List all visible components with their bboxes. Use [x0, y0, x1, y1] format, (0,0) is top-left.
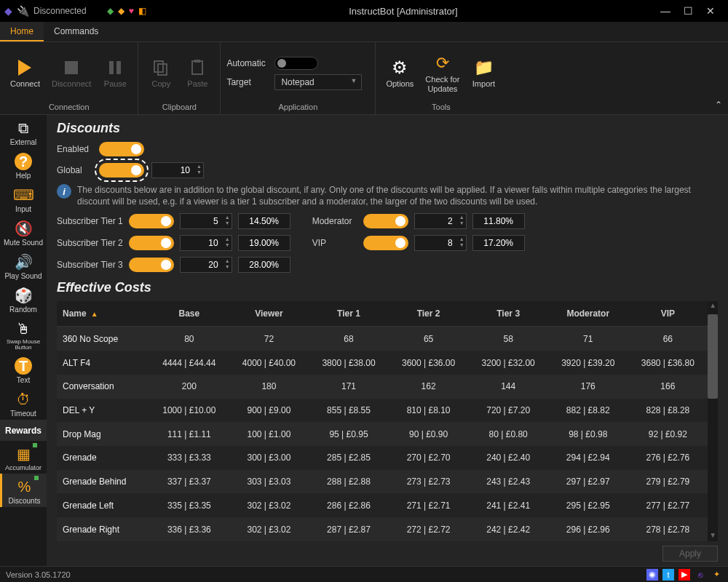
table-row[interactable]: Conversation200180171162144176166 [57, 375, 708, 399]
options-button[interactable]: ⚙ Options [381, 55, 418, 91]
sidebar-item-swap-mouse[interactable]: 🖱 Swap Mouse Button [0, 316, 47, 353]
import-button[interactable]: 📁 Import [467, 55, 500, 91]
check-updates-button[interactable]: ⟳ Check for Updates [421, 50, 464, 95]
col-tier2[interactable]: Tier 2 [389, 301, 469, 327]
tier1-label: Subscriber Tier 1 [57, 216, 123, 226]
col-mod[interactable]: Moderator [548, 301, 628, 327]
automatic-toggle[interactable] [274, 57, 318, 70]
paste-button[interactable]: Paste [181, 55, 214, 91]
table-row[interactable]: DEL + Y1000 | £10.00900 | £9.00855 | £8.… [57, 399, 708, 423]
vip-label: VIP [312, 238, 357, 248]
col-tier3[interactable]: Tier 3 [468, 301, 548, 327]
col-vip[interactable]: VIP [628, 301, 708, 327]
sidebar-item-mute-sound[interactable]: 🔇 Mute Sound [0, 215, 47, 249]
cell-t3: 240 | £2.40 [468, 446, 548, 470]
cell-mod: 294 | £2.94 [548, 446, 628, 470]
table-scrollbar[interactable]: ▲ ▼ [708, 301, 718, 541]
col-viewer[interactable]: Viewer [229, 301, 309, 327]
tier3-toggle[interactable] [129, 258, 174, 272]
tier3-value[interactable]: 20▲▼ [180, 257, 232, 273]
maximize-button[interactable]: ☐ [684, 5, 693, 17]
tray-heart-icon: ♥ [129, 6, 134, 16]
cell-mod: 3920 | £39.20 [548, 351, 628, 375]
table-row[interactable]: Grenade333 | £3.33300 | £3.00285 | £2.85… [57, 446, 708, 470]
enabled-toggle[interactable] [99, 142, 144, 156]
table-row[interactable]: Drop Mag111 | £1.11100 | £1.0095 | £0.95… [57, 422, 708, 446]
close-button[interactable]: ✕ [706, 5, 715, 17]
table-row[interactable]: 360 No Scope80726865587166 [57, 327, 708, 351]
tier2-value[interactable]: 10▲▼ [180, 235, 232, 251]
sidebar-item-input[interactable]: ⌨ Input [0, 182, 47, 215]
discord-icon[interactable]: ◉ [646, 569, 658, 581]
mod-value[interactable]: 2▲▼ [414, 213, 467, 229]
vip-toggle[interactable] [363, 236, 408, 250]
spinner-icon[interactable]: ▲▼ [197, 164, 202, 175]
sidebar-item-text[interactable]: T Text [0, 353, 47, 386]
col-base[interactable]: Base [149, 301, 229, 327]
sidebar-item-play-sound[interactable]: 🔊 Play Sound [0, 249, 47, 282]
vip-value[interactable]: 8▲▼ [414, 235, 467, 251]
sidebar-item-rewards[interactable]: Rewards [0, 420, 47, 441]
table-row[interactable]: Grenade Left335 | £3.35302 | £3.02286 | … [57, 493, 708, 517]
tray-green-icon: ◆ [107, 6, 114, 16]
cell-name: Drop Mag [57, 422, 149, 446]
tray-yellow-icon: ◆ [118, 6, 124, 16]
col-name[interactable]: Name▲ [57, 301, 149, 327]
group-connection-label: Connection [49, 101, 90, 113]
cell-vip: 166 [628, 375, 708, 399]
cell-name: Grenade Left [57, 493, 149, 517]
text-icon: T [12, 356, 34, 376]
global-toggle[interactable] [99, 163, 144, 178]
scroll-down-icon[interactable]: ▼ [708, 531, 718, 541]
pause-button[interactable]: Pause [98, 55, 132, 91]
cell-vip: 276 | £2.76 [628, 446, 708, 470]
misc-icon[interactable]: ✦ [711, 569, 722, 581]
cell-name: 360 No Scope [57, 327, 149, 351]
disconnect-button[interactable]: Disconnect [47, 55, 95, 91]
cell-viewer: 4000 | £40.00 [229, 351, 309, 375]
cell-t3: 144 [468, 375, 548, 399]
sidebar-item-help[interactable]: ? Help [0, 148, 47, 182]
sidebar-item-external[interactable]: ⧉ External [0, 115, 47, 148]
target-select[interactable]: Notepad [274, 74, 362, 90]
tray-orange-icon: ◧ [138, 6, 146, 16]
copy-button[interactable]: Copy [144, 55, 178, 91]
cell-t1: 287 | £2.87 [309, 517, 389, 541]
ribbon-collapse-icon[interactable]: ⌃ [715, 100, 722, 110]
cell-name: ALT F4 [57, 351, 149, 375]
connect-button[interactable]: Connect [6, 55, 44, 91]
table-row[interactable]: Grenade Behind337 | £3.37303 | £3.03288 … [57, 470, 708, 494]
pause-icon [105, 57, 125, 78]
cell-t2: 3600 | £36.00 [389, 351, 469, 375]
cell-t1: 288 | £2.88 [309, 470, 389, 494]
cell-viewer: 900 | £9.00 [229, 399, 309, 423]
minimize-button[interactable]: — [660, 5, 670, 17]
sidebar-item-random[interactable]: 🎲 Random [0, 282, 47, 316]
folder-icon: 📁 [473, 57, 494, 78]
refresh-icon: ⟳ [432, 53, 453, 73]
tier1-value[interactable]: 5▲▼ [180, 213, 232, 229]
youtube-icon[interactable]: ▶ [678, 569, 690, 581]
tab-commands[interactable]: Commands [44, 22, 108, 41]
scroll-up-icon[interactable]: ▲ [708, 301, 718, 311]
sidebar-item-accumulator[interactable]: ▦ Accumulator [0, 441, 47, 474]
table-row[interactable]: Grenade Right336 | £3.36302 | £3.02287 |… [57, 517, 708, 541]
twitch-icon[interactable]: ⎋ [695, 569, 706, 581]
group-tools-label: Tools [432, 101, 451, 113]
sidebar-item-timeout[interactable]: ⏱ Timeout [0, 386, 47, 420]
sidebar-item-discounts[interactable]: % Discounts [0, 474, 47, 507]
table-row[interactable]: ALT F44444 | £44.444000 | £40.003800 | £… [57, 351, 708, 375]
col-tier1[interactable]: Tier 1 [309, 301, 389, 327]
mouse-icon: 🖱 [12, 319, 34, 339]
title-bar: ◆ 🔌 Disconnected ◆ ◆ ♥ ◧ InstructBot [Ad… [0, 0, 728, 22]
tier2-toggle[interactable] [129, 236, 174, 250]
global-value[interactable]: 10▲▼ [151, 162, 204, 178]
costs-title: Effective Costs [57, 280, 718, 295]
tab-home[interactable]: Home [0, 22, 44, 41]
info-icon: i [57, 184, 71, 199]
mod-toggle[interactable] [363, 214, 408, 228]
scroll-thumb[interactable] [708, 314, 718, 398]
apply-button[interactable]: Apply [662, 546, 718, 562]
tier1-toggle[interactable] [129, 214, 174, 228]
twitter-icon[interactable]: t [662, 569, 674, 581]
